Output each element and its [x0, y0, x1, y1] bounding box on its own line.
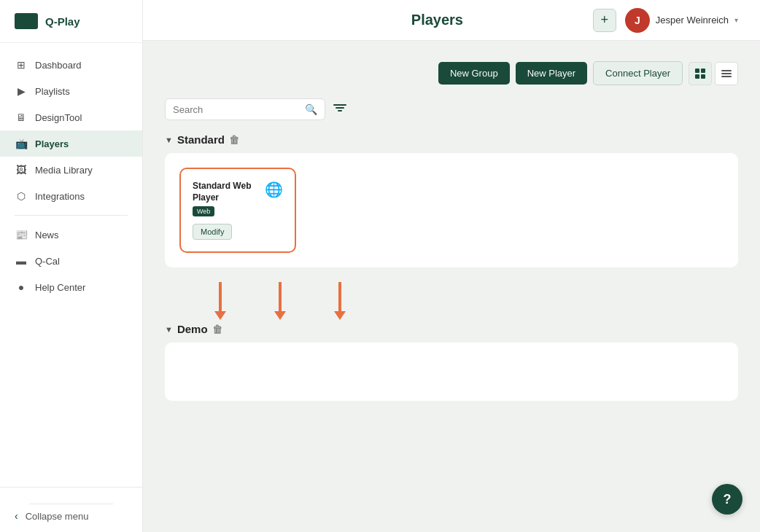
svg-rect-1 [701, 69, 705, 73]
app-logo-text: Q-Play [45, 15, 80, 28]
arrow-head [334, 311, 346, 320]
sidebar-item-label: Media Library [35, 165, 93, 176]
toolbar: New Group New Player Connect Player [165, 61, 738, 85]
players-icon: 📺 [15, 137, 28, 150]
group-chevron-icon: ▼ [165, 325, 173, 334]
card-top: Standard Web Player Web 🌐 [193, 181, 283, 216]
svg-rect-6 [721, 76, 732, 77]
search-icon: 🔍 [305, 103, 317, 115]
group-chevron-icon: ▼ [165, 136, 173, 144]
chevron-down-icon: ▾ [734, 16, 738, 24]
avatar: J [625, 8, 650, 33]
sidebar-item-designtool[interactable]: 🖥 DesignTool [0, 104, 142, 130]
sidebar-footer: ‹ Collapse menu [0, 487, 142, 532]
sidebar-item-dashboard[interactable]: ⊞ Dashboard [0, 52, 142, 78]
playlists-icon: ▶ [15, 85, 28, 98]
sidebar-item-helpcenter[interactable]: ● Help Center [0, 274, 142, 300]
sidebar-item-label: DesignTool [35, 112, 82, 123]
news-icon: 📰 [15, 228, 28, 241]
arrows-row [165, 282, 738, 320]
sidebar-item-medialibrary[interactable]: 🖼 Media Library [0, 157, 142, 183]
arrow-shaft [279, 282, 282, 311]
sidebar-logo[interactable]: Q-Play [0, 0, 142, 43]
search-box: 🔍 [165, 98, 325, 120]
footer-separator [29, 504, 113, 504]
sidebar-nav: ⊞ Dashboard ▶ Playlists 🖥 DesignTool 📺 P… [0, 43, 142, 487]
card-title: Standard Web Player [193, 181, 265, 203]
group-standard-panel: Standard Web Player Web 🌐 Modify [165, 153, 738, 267]
globe-icon: 🌐 [265, 181, 283, 198]
sidebar-item-label: News [35, 230, 59, 240]
group-standard-header[interactable]: ▼ Standard 🗑 [165, 133, 738, 146]
card-badge: Web [193, 206, 214, 216]
header: Players + J Jesper Weinreich ▾ [143, 0, 760, 41]
page-title: Players [282, 12, 593, 28]
arrow-down-3 [334, 282, 346, 320]
modify-button[interactable]: Modify [193, 224, 232, 240]
search-input[interactable] [173, 104, 300, 115]
sidebar-item-players[interactable]: 📺 Players [0, 130, 142, 157]
arrow-head [214, 311, 226, 320]
designtool-icon: 🖥 [15, 111, 28, 124]
collapse-label: Collapse menu [26, 511, 89, 522]
svg-rect-0 [695, 69, 699, 73]
collapse-menu-button[interactable]: ‹ Collapse menu [15, 510, 128, 522]
arrow-down-1 [214, 282, 226, 320]
help-button[interactable]: ? [712, 484, 742, 515]
arrow-shaft [338, 282, 341, 311]
view-toggle [689, 62, 738, 85]
collapse-icon: ‹ [15, 510, 18, 522]
group-delete-icon[interactable]: 🗑 [212, 324, 222, 335]
group-demo-panel [165, 343, 738, 401]
search-filter-row: 🔍 [165, 98, 738, 120]
list-view-button[interactable] [715, 62, 738, 85]
svg-rect-2 [695, 74, 699, 79]
arrow-shaft [219, 282, 222, 311]
sidebar-item-news[interactable]: 📰 News [0, 222, 142, 248]
connect-player-button[interactable]: Connect Player [593, 61, 683, 85]
group-standard-label: Standard [177, 133, 225, 146]
sidebar-item-label: Help Center [35, 282, 85, 293]
user-info[interactable]: J Jesper Weinreich ▾ [625, 8, 738, 33]
card-info: Standard Web Player Web [193, 181, 265, 216]
nav-separator [15, 215, 128, 216]
main-content: Players + J Jesper Weinreich ▾ New Group… [143, 0, 760, 532]
medialibrary-icon: 🖼 [15, 163, 28, 176]
sidebar-item-label: Q-Cal [35, 256, 60, 267]
sidebar-item-label: Playlists [35, 86, 70, 97]
sidebar-item-integrations[interactable]: ⬡ Integrations [0, 183, 142, 209]
arrow-down-2 [274, 282, 286, 320]
filter-icon[interactable] [333, 102, 347, 117]
svg-rect-3 [701, 74, 705, 79]
group-demo-header[interactable]: ▼ Demo 🗑 [165, 323, 738, 335]
sidebar-item-label: Players [35, 138, 69, 149]
helpcenter-icon: ● [15, 281, 28, 294]
new-player-button[interactable]: New Player [516, 62, 587, 85]
player-card-swp: Standard Web Player Web 🌐 Modify [179, 168, 296, 253]
grid-view-button[interactable] [689, 62, 712, 85]
dashboard-icon: ⊞ [15, 58, 28, 71]
sidebar: Q-Play ⊞ Dashboard ▶ Playlists 🖥 DesignT… [0, 0, 143, 532]
svg-rect-5 [721, 73, 732, 74]
group-delete-icon[interactable]: 🗑 [229, 134, 239, 146]
group-demo-label: Demo [177, 323, 208, 335]
logo-box [15, 13, 38, 29]
arrow-head [274, 311, 286, 320]
sidebar-item-label: Integrations [35, 191, 85, 202]
new-group-button[interactable]: New Group [438, 62, 510, 85]
sidebar-item-qcal[interactable]: ▬ Q-Cal [0, 248, 142, 274]
header-actions: + J Jesper Weinreich ▾ [593, 8, 738, 33]
add-button[interactable]: + [593, 9, 616, 32]
integrations-icon: ⬡ [15, 189, 28, 203]
user-name: Jesper Weinreich [656, 15, 729, 26]
qcal-icon: ▬ [15, 254, 28, 267]
content-area: New Group New Player Connect Player [143, 41, 760, 532]
sidebar-item-label: Dashboard [35, 60, 82, 71]
group-demo: ▼ Demo 🗑 [165, 323, 738, 401]
sidebar-item-playlists[interactable]: ▶ Playlists [0, 78, 142, 104]
group-standard: ▼ Standard 🗑 Standard Web Player Web 🌐 M… [165, 133, 738, 267]
svg-rect-4 [721, 70, 732, 71]
